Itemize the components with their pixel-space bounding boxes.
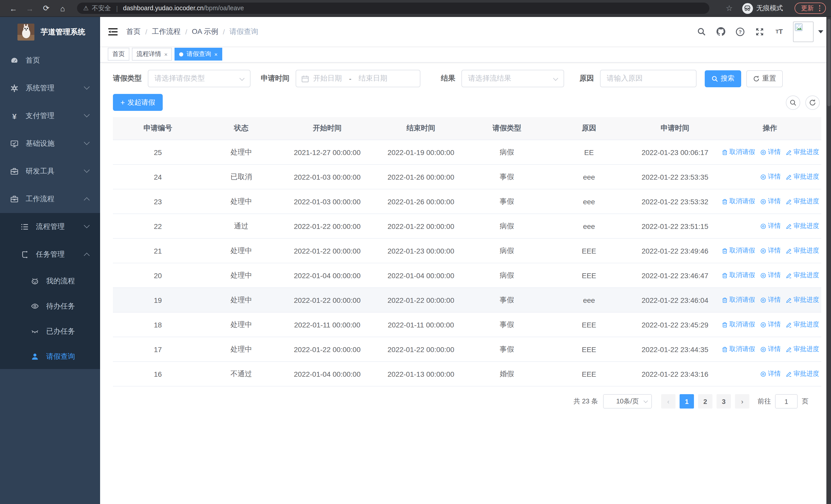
detail-link[interactable]: 详情: [760, 148, 781, 156]
next-page-button[interactable]: ›: [735, 394, 749, 409]
tab-首页[interactable]: 首页: [108, 48, 130, 61]
result-select[interactable]: 请选择流结果: [461, 70, 564, 87]
detail-link[interactable]: 详情: [760, 246, 781, 255]
sidebar-item-system[interactable]: 系统管理: [0, 75, 100, 102]
leave-type-label: 请假类型: [113, 74, 142, 83]
detail-link[interactable]: 详情: [760, 320, 781, 329]
sidebar-item-home[interactable]: 首页: [0, 47, 100, 75]
fontsize-icon[interactable]: TT: [773, 25, 786, 38]
create-leave-button[interactable]: + 发起请假: [113, 94, 163, 111]
breadcrumb-item[interactable]: 首页: [126, 27, 141, 36]
detail-link[interactable]: 详情: [760, 173, 781, 181]
approval-progress-link[interactable]: 审批进度: [786, 271, 819, 280]
sidebar-item-process-mgmt[interactable]: 流程管理: [0, 213, 100, 241]
sidebar-item-infra[interactable]: 基础设施: [0, 130, 100, 157]
detail-link[interactable]: 详情: [760, 296, 781, 304]
cancel-leave-link[interactable]: 取消请假: [722, 246, 755, 255]
sidebar-item-workflow[interactable]: 工作流程: [0, 185, 100, 213]
browser-reload-icon[interactable]: ⟳: [40, 2, 52, 14]
detail-link[interactable]: 详情: [760, 222, 781, 231]
cancel-leave-link[interactable]: 取消请假: [722, 345, 755, 354]
app-logo-row[interactable]: 芋道管理系统: [0, 17, 100, 47]
approval-progress-link[interactable]: 审批进度: [786, 173, 819, 181]
approval-progress-link[interactable]: 审批进度: [786, 222, 819, 231]
cell-start: 2022-01-04 00:00:00: [280, 370, 375, 378]
tab-请假查询[interactable]: 请假查询×: [175, 48, 222, 61]
sidebar-item-leave-query[interactable]: 请假查询: [0, 344, 100, 369]
browser-home-icon[interactable]: ⌂: [56, 2, 69, 14]
sidebar-item-task-mgmt[interactable]: 任务管理: [0, 241, 100, 268]
tab-流程详情[interactable]: 流程详情×: [132, 48, 172, 61]
cancel-leave-link[interactable]: 取消请假: [722, 148, 755, 156]
avatar-caret-icon[interactable]: [818, 30, 823, 33]
url-bar[interactable]: ⚠ 不安全 | dashboard.yudao.iocoder.cn/bpm/o…: [77, 3, 709, 14]
browser-forward-icon[interactable]: →: [24, 2, 36, 14]
pagination: 共 23 条 10条/页 ‹ 123 › 前往 1 页: [113, 394, 808, 409]
leave-type-select[interactable]: 请选择请假类型: [148, 70, 251, 87]
close-icon[interactable]: ×: [214, 51, 218, 57]
table-row: 16不通过2022-01-04 00:00:002022-01-13 00:00…: [113, 362, 821, 386]
sidebar-item-payment[interactable]: ¥支付管理: [0, 102, 100, 130]
approval-progress-link[interactable]: 审批进度: [786, 320, 819, 329]
row-actions: 取消请假详情审批进度: [719, 197, 821, 206]
sidebar-item-done-tasks[interactable]: 已办任务: [0, 319, 100, 344]
approval-progress-link[interactable]: 审批进度: [786, 246, 819, 255]
detail-link[interactable]: 详情: [760, 369, 781, 378]
sidebar-item-todo-tasks[interactable]: 待办任务: [0, 294, 100, 319]
cancel-leave-link[interactable]: 取消请假: [722, 320, 755, 329]
bookmark-star-icon[interactable]: ☆: [726, 4, 733, 13]
cancel-leave-link[interactable]: 取消请假: [722, 271, 755, 280]
page-size-select[interactable]: 10条/页: [603, 394, 652, 409]
goto-page-input[interactable]: 1: [775, 394, 798, 409]
approval-progress-link[interactable]: 审批进度: [786, 296, 819, 304]
approval-progress-link[interactable]: 审批进度: [786, 369, 819, 378]
sidebar-item-my-process[interactable]: 我的流程: [0, 268, 100, 294]
apply-time-range-input[interactable]: 开始日期 - 结束日期: [296, 70, 420, 87]
browser-update-button[interactable]: 更新: [794, 3, 826, 14]
security-warning-icon[interactable]: ⚠: [83, 5, 89, 12]
sidebar-item-label: 支付管理: [26, 111, 54, 121]
detail-link[interactable]: 详情: [760, 345, 781, 354]
browser-scrollbar[interactable]: [826, 17, 831, 504]
cancel-leave-link[interactable]: 取消请假: [722, 296, 755, 304]
detail-link[interactable]: 详情: [760, 271, 781, 280]
incognito-icon: [742, 3, 753, 13]
cancel-leave-link[interactable]: 取消请假: [722, 197, 755, 206]
github-icon[interactable]: [714, 25, 727, 38]
cell-status: 不通过: [203, 369, 280, 379]
refresh-table-button[interactable]: [805, 95, 820, 110]
page-button-2[interactable]: 2: [698, 394, 712, 409]
close-icon[interactable]: ×: [164, 51, 168, 57]
avatar[interactable]: [793, 21, 813, 42]
cell-type: 事假: [467, 197, 547, 206]
approval-progress-link[interactable]: 审批进度: [786, 148, 819, 156]
sidebar-item-devtools[interactable]: 研发工具: [0, 157, 100, 185]
prev-page-button[interactable]: ‹: [661, 394, 676, 409]
cell-start: 2021-12-27 00:00:00: [280, 148, 375, 156]
main-area: 首页/工作流程/OA 示例/请假查询 ? TT: [100, 17, 831, 504]
calendar-icon: [301, 75, 309, 82]
search-icon[interactable]: [694, 25, 708, 38]
reason-input[interactable]: 请输入原因: [600, 70, 696, 87]
sidebar-collapse-icon[interactable]: [108, 26, 118, 37]
breadcrumb-item[interactable]: OA 示例: [192, 27, 219, 36]
org-icon: [21, 250, 29, 259]
browser-menu-icon[interactable]: [818, 4, 821, 12]
page-button-1[interactable]: 1: [680, 394, 694, 409]
end-date-placeholder: 结束日期: [359, 74, 387, 83]
scrollbar-thumb[interactable]: [827, 19, 830, 106]
action-label: 详情: [768, 197, 781, 206]
help-icon[interactable]: ?: [734, 25, 747, 38]
breadcrumb-item[interactable]: 工作流程: [152, 27, 181, 36]
show-search-button[interactable]: [786, 95, 800, 110]
fullscreen-icon[interactable]: [753, 25, 766, 38]
approval-progress-link[interactable]: 审批进度: [786, 197, 819, 206]
approval-progress-link[interactable]: 审批进度: [786, 345, 819, 354]
cell-type: 病假: [467, 148, 547, 157]
reason-label: 原因: [579, 74, 594, 83]
detail-link[interactable]: 详情: [760, 197, 781, 206]
page-button-3[interactable]: 3: [717, 394, 731, 409]
search-button[interactable]: 搜索: [705, 70, 741, 87]
browser-back-icon[interactable]: ←: [7, 2, 20, 14]
reset-button[interactable]: 重置: [746, 70, 783, 87]
